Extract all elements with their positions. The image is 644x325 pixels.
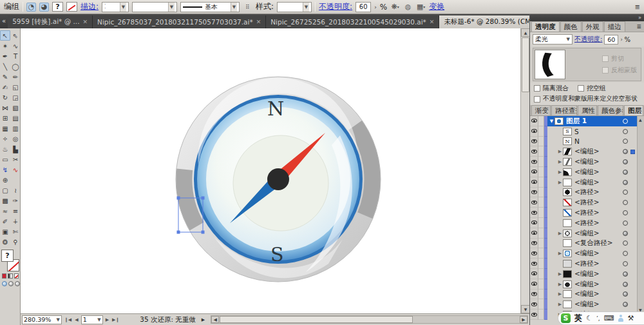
panel-tab[interactable]: 图层 [624,105,643,115]
lock-cell[interactable] [538,167,544,177]
tool-icon[interactable]: ≀ [10,185,21,195]
layer-name[interactable]: <路径> [574,219,600,228]
panel-tab[interactable]: 描边 [604,21,625,32]
visibility-cell[interactable] [530,269,538,279]
close-icon[interactable]: ✕ [256,19,261,25]
brush-options-icon[interactable]: ⠿ [243,3,252,12]
tools-collapse-icon[interactable]: « [0,17,8,28]
selection-handle[interactable] [202,197,205,200]
target-circle[interactable] [623,231,628,236]
blend-mode-combo[interactable]: 柔光▼ [533,34,573,44]
layer-thumbnail[interactable] [563,250,572,257]
tool-icon[interactable]: ▙ [10,144,21,154]
layer-name[interactable]: <编组> [574,290,600,299]
layer-row[interactable]: ▶ <编组> [530,228,637,239]
lock-cell[interactable] [538,126,544,137]
layer-name[interactable]: <复合路径> [574,239,613,248]
tool-icon[interactable]: ✐ [0,216,10,226]
opacity-link[interactable]: 不透明度: [574,35,602,44]
layer-name[interactable]: <编组> [574,280,600,289]
close-icon[interactable]: ✕ [430,19,435,25]
wrench-icon[interactable]: ⚒ [628,314,634,322]
layer-row-content[interactable]: ▶ <编组> [547,167,637,177]
layer-thumbnail[interactable] [563,239,572,247]
tool-icon[interactable]: ⇖ [10,30,21,41]
layer-row-content[interactable]: N N [547,137,637,147]
visibility-cell[interactable] [530,157,538,167]
tool-icon[interactable]: ≡ [10,206,21,216]
target-circle[interactable] [623,210,628,215]
layer-name[interactable]: 图层 1 [566,117,587,126]
layer-name[interactable]: <路径> [574,198,600,207]
layer-thumbnail[interactable]: S [563,128,572,135]
checkbox-icon[interactable] [602,55,609,62]
document-tab[interactable]: 5959 [转换].ai* @ ... ✕ [8,15,93,28]
stroke-color-swatch[interactable] [66,2,77,12]
layer-thumbnail[interactable] [563,290,572,298]
tool-icon[interactable]: ◱ [10,82,21,92]
layer-row[interactable]: <路径> [530,208,637,218]
panel-tab[interactable]: 路径查找器 [551,105,577,115]
chevron-down-icon[interactable]: ▼ [168,3,175,12]
tool-icon[interactable]: ⊞ [0,113,10,123]
panel-tab[interactable]: 属性 [578,105,597,115]
visibility-cell[interactable] [530,167,538,177]
layer-row-content[interactable]: <路径> [547,259,637,269]
checkbox-icon[interactable] [534,85,540,92]
expand-triangle-icon[interactable]: ▶ [557,251,563,256]
target-circle[interactable] [623,302,628,307]
scroll-left-arrow[interactable]: ◀ [211,316,219,323]
status-flyout-icon[interactable]: ▶ [202,317,205,322]
layer-thumbnail[interactable] [563,209,572,217]
lock-cell[interactable] [538,290,544,300]
panel-tab[interactable]: 颜色参考 [598,105,623,115]
artboard-canvas[interactable]: N S [21,28,520,313]
draw-behind-button[interactable] [8,281,14,286]
stroke-weight-combo[interactable]: ⁚▼ [102,2,129,12]
tool-icon[interactable]: ♨ [0,144,10,154]
layer-name[interactable]: <编组> [574,157,600,166]
tool-icon[interactable]: ◲ [10,92,21,103]
layer-thumbnail[interactable] [563,300,572,308]
person-icon[interactable] [618,315,624,322]
tool-icon[interactable]: ∿ [10,41,21,51]
tool-icon[interactable]: ◎ [10,133,21,144]
visibility-cell[interactable] [530,126,538,137]
lock-cell[interactable] [538,248,544,259]
expand-triangle-icon[interactable]: ▶ [557,282,563,287]
visibility-cell[interactable] [530,177,538,188]
tool-icon[interactable]: ↖ [0,30,10,41]
lock-cell[interactable] [538,177,544,188]
lock-cell[interactable] [538,188,544,198]
tool-icon[interactable]: ∿ [10,164,21,175]
visibility-cell[interactable] [530,218,538,228]
layer-name[interactable]: <路径> [574,259,600,268]
lock-cell[interactable] [538,157,544,167]
opacity-value[interactable]: 60 [604,35,618,44]
layer-row[interactable]: ▶ <编组> [530,299,637,310]
tool-icon[interactable]: ✒ [0,51,10,61]
target-circle[interactable] [623,159,628,164]
visibility-cell[interactable] [530,116,538,126]
target-circle[interactable] [623,261,628,266]
gradient-button[interactable] [8,273,12,279]
tool-icon[interactable]: ↯ [0,164,10,175]
expand-triangle-icon[interactable]: ▶ [557,231,563,236]
expand-triangle-icon[interactable]: ▶ [557,170,563,175]
layer-row-content[interactable]: ▶ <编组> [547,157,637,167]
layer-name[interactable]: <编组> [574,229,600,238]
tool-icon[interactable]: ✄ [10,226,21,237]
clip-checkbox[interactable]: 剪切 [602,54,637,63]
punctuation-icon[interactable]: ’, [596,315,600,322]
visibility-cell[interactable] [530,188,538,198]
tool-icon[interactable]: ▧ [10,103,21,113]
sphere-icon[interactable]: ◍ [403,3,413,12]
dock-collapse-icon[interactable]: » [638,15,641,21]
scroll-up-arrow[interactable]: ▲ [521,28,530,37]
layer-row-content[interactable]: <路径> [547,197,637,208]
target-circle[interactable] [623,149,628,154]
layer-thumbnail[interactable] [563,168,572,176]
chevron-down-icon[interactable]: ▼ [120,3,126,12]
lock-cell[interactable] [538,310,544,320]
target-circle[interactable] [623,291,628,297]
